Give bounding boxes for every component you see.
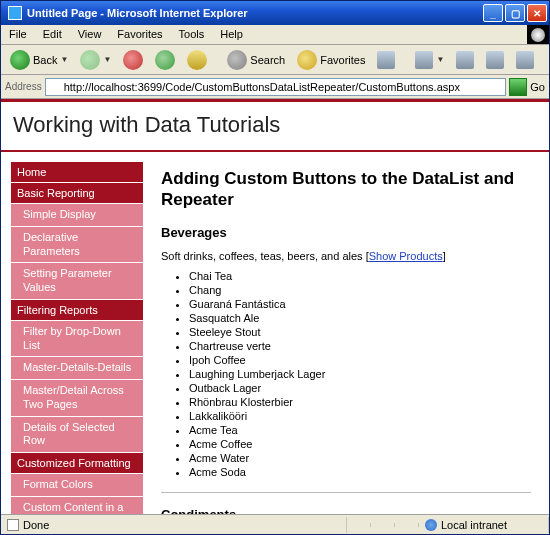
main-content: Adding Custom Buttons to the DataList an… xyxy=(143,152,549,514)
page-title: Working with Data Tutorials xyxy=(1,102,549,152)
go-button[interactable] xyxy=(509,78,527,96)
content-area[interactable]: Working with Data Tutorials Home Basic R… xyxy=(1,99,549,514)
sidebar: Home Basic Reporting Simple Display Decl… xyxy=(1,152,143,514)
forward-button[interactable]: ▼ xyxy=(75,47,116,73)
home-button[interactable] xyxy=(182,47,212,73)
list-item: Ipoh Coffee xyxy=(189,354,531,366)
status-bar: Done Local intranet xyxy=(1,514,549,534)
chevron-down-icon: ▼ xyxy=(103,55,111,64)
list-item: Acme Soda xyxy=(189,466,531,478)
nav-customized-formatting[interactable]: Customized Formatting xyxy=(11,453,143,473)
nav-master-details-details[interactable]: Master-Details-Details xyxy=(11,357,143,379)
print-button[interactable] xyxy=(481,48,509,72)
nav-declarative-parameters[interactable]: Declarative Parameters xyxy=(11,227,143,263)
title-bar: Untitled Page - Microsoft Internet Explo… xyxy=(1,1,549,25)
history-button[interactable]: ▼ xyxy=(410,48,449,72)
refresh-button[interactable] xyxy=(150,47,180,73)
stop-icon xyxy=(123,50,143,70)
chevron-down-icon: ▼ xyxy=(60,55,68,64)
stop-button[interactable] xyxy=(118,47,148,73)
edit-icon xyxy=(516,51,534,69)
nav-basic-reporting[interactable]: Basic Reporting xyxy=(11,183,143,203)
nav-simple-display[interactable]: Simple Display xyxy=(11,204,143,226)
minimize-button[interactable]: _ xyxy=(483,4,503,22)
status-text: Done xyxy=(23,519,49,531)
list-item: Chai Tea xyxy=(189,270,531,282)
edit-button[interactable] xyxy=(511,48,539,72)
address-input[interactable] xyxy=(45,78,507,96)
window-title: Untitled Page - Microsoft Internet Explo… xyxy=(27,7,483,19)
menu-favorites[interactable]: Favorites xyxy=(109,25,170,44)
toolbar: Back▼ ▼ Search Favorites ▼ xyxy=(1,45,549,75)
list-item: Chartreuse verte xyxy=(189,340,531,352)
menu-tools[interactable]: Tools xyxy=(171,25,213,44)
list-item: Acme Water xyxy=(189,452,531,464)
list-item: Acme Coffee xyxy=(189,438,531,450)
document-icon xyxy=(7,519,19,531)
zone-text: Local intranet xyxy=(441,519,507,531)
nav-setting-parameter-values[interactable]: Setting Parameter Values xyxy=(11,263,143,299)
nav-filter-dropdown[interactable]: Filter by Drop-Down List xyxy=(11,321,143,357)
section-condiments-heading: Condiments xyxy=(161,507,531,515)
refresh-icon xyxy=(155,50,175,70)
forward-icon xyxy=(80,50,100,70)
menu-help[interactable]: Help xyxy=(212,25,251,44)
nav-custom-content-gridview[interactable]: Custom Content in a GridView xyxy=(11,497,143,514)
address-label: Address xyxy=(5,81,42,92)
list-item: Lakkalikööri xyxy=(189,410,531,422)
nav-filtering-reports[interactable]: Filtering Reports xyxy=(11,300,143,320)
search-icon xyxy=(227,50,247,70)
list-item: Laughing Lumberjack Lager xyxy=(189,368,531,380)
list-item: Sasquatch Ale xyxy=(189,312,531,324)
ie-icon xyxy=(8,6,22,20)
list-item: Outback Lager xyxy=(189,382,531,394)
media-button[interactable] xyxy=(372,48,400,72)
address-bar: Address Go xyxy=(1,75,549,99)
show-products-beverages[interactable]: Show Products xyxy=(369,250,443,262)
print-icon xyxy=(486,51,504,69)
nav-details-selected-row[interactable]: Details of Selected Row xyxy=(11,417,143,453)
content-heading: Adding Custom Buttons to the DataList an… xyxy=(161,168,531,211)
maximize-button[interactable]: ▢ xyxy=(505,4,525,22)
section-beverages-heading: Beverages xyxy=(161,225,531,240)
list-item: Guaraná Fantástica xyxy=(189,298,531,310)
list-item: Rhönbrau Klosterbier xyxy=(189,396,531,408)
mail-icon xyxy=(456,51,474,69)
list-item: Chang xyxy=(189,284,531,296)
nav-master-detail-two-pages[interactable]: Master/Detail Across Two Pages xyxy=(11,380,143,416)
menu-view[interactable]: View xyxy=(70,25,110,44)
menu-bar: File Edit View Favorites Tools Help xyxy=(1,25,549,45)
section-beverages-desc: Soft drinks, coffees, teas, beers, and a… xyxy=(161,250,531,262)
home-icon xyxy=(187,50,207,70)
zone-icon xyxy=(425,519,437,531)
throbber-icon xyxy=(527,25,549,44)
mail-button[interactable] xyxy=(451,48,479,72)
menu-edit[interactable]: Edit xyxy=(35,25,70,44)
favorites-button[interactable]: Favorites xyxy=(292,47,370,73)
beverages-list: Chai TeaChangGuaraná FantásticaSasquatch… xyxy=(189,270,531,478)
nav-format-colors[interactable]: Format Colors xyxy=(11,474,143,496)
list-item: Steeleye Stout xyxy=(189,326,531,338)
go-label: Go xyxy=(530,81,545,93)
media-icon xyxy=(377,51,395,69)
close-button[interactable]: ✕ xyxy=(527,4,547,22)
back-icon xyxy=(10,50,30,70)
history-icon xyxy=(415,51,433,69)
nav-home[interactable]: Home xyxy=(11,162,143,182)
back-button[interactable]: Back▼ xyxy=(5,47,73,73)
list-item: Acme Tea xyxy=(189,424,531,436)
search-button[interactable]: Search xyxy=(222,47,290,73)
menu-file[interactable]: File xyxy=(1,25,35,44)
star-icon xyxy=(297,50,317,70)
